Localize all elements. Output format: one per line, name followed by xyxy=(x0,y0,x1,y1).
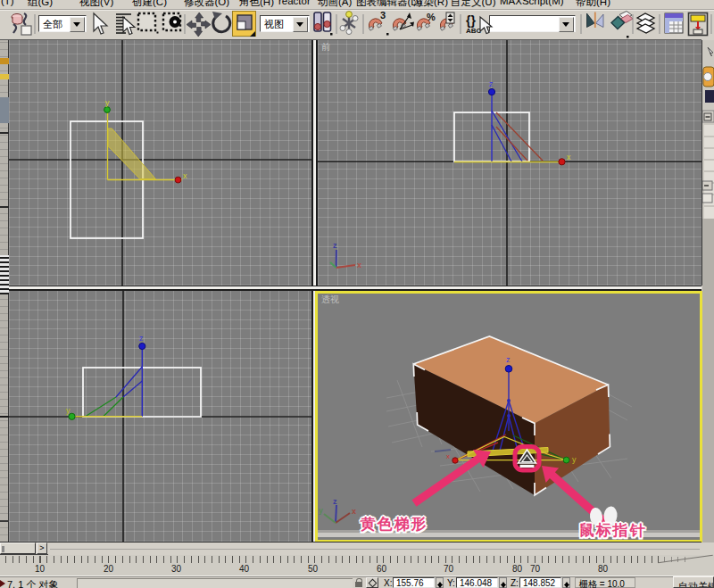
svg-text:前: 前 xyxy=(321,42,330,52)
svg-text:z: z xyxy=(506,355,511,364)
svg-text:{}: {} xyxy=(466,13,476,28)
svg-text:透视: 透视 xyxy=(321,294,339,304)
svg-text:y: y xyxy=(319,506,323,515)
svg-text:z: z xyxy=(333,241,337,250)
svg-text:%: % xyxy=(427,12,436,22)
svg-text:x: x xyxy=(446,452,450,460)
svg-text:x: x xyxy=(352,507,356,516)
svg-text:z: z xyxy=(489,79,494,88)
svg-text:z: z xyxy=(139,334,144,343)
svg-text:y: y xyxy=(572,455,577,464)
svg-text:y: y xyxy=(66,406,71,415)
svg-text:ABC: ABC xyxy=(466,27,482,35)
svg-text:y: y xyxy=(105,98,110,107)
svg-text:z: z xyxy=(333,497,337,506)
svg-text:x: x xyxy=(183,171,187,180)
svg-text:3: 3 xyxy=(380,10,386,21)
svg-text:x: x xyxy=(567,153,571,161)
svg-text:x: x xyxy=(357,261,361,269)
